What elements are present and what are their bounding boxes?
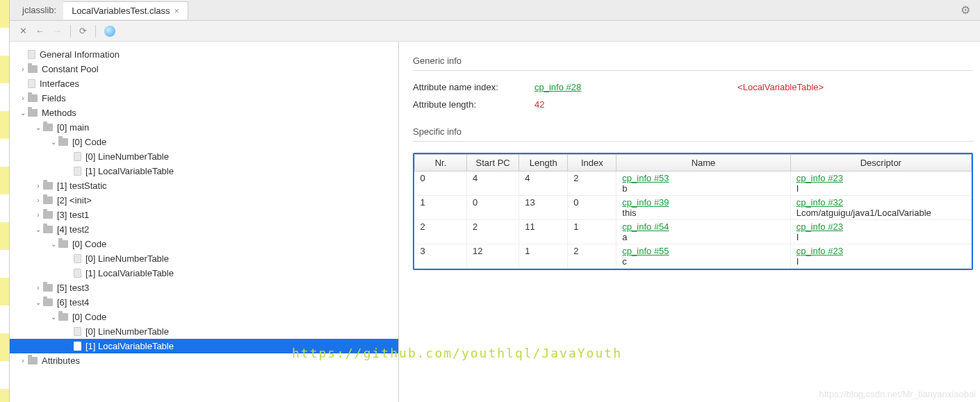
cell-sub-text: this	[622, 208, 784, 218]
cp-info-link[interactable]: cp_info #54	[622, 221, 784, 232]
chevron-right-icon[interactable]: ›	[33, 211, 43, 219]
folder-icon	[43, 284, 53, 292]
file-icon	[28, 50, 35, 59]
tree-item[interactable]: ›Attributes	[10, 353, 398, 368]
app-label: jclasslib:	[15, 1, 63, 19]
tree-item[interactable]: [1] LocalVariableTable	[10, 164, 398, 178]
chevron-down-icon[interactable]: ⌄	[33, 299, 43, 306]
tree-item[interactable]: [0] LineNumberTable	[10, 324, 398, 339]
tree-item-label: [0] LineNumberTable	[85, 326, 169, 337]
chevron-right-icon[interactable]: ›	[18, 65, 28, 73]
table-row[interactable]: 0442cp_info #53bcp_info #23I	[415, 171, 972, 196]
tree-item[interactable]: [0] LineNumberTable	[10, 149, 398, 164]
local-variable-table-highlight: Nr.Start PCLengthIndexNameDescriptor 044…	[413, 153, 973, 270]
table-cell: cp_info #53b	[616, 171, 790, 196]
chevron-down-icon[interactable]: ⌄	[49, 138, 58, 146]
table-cell: cp_info #32Lcom/atguigu/java1/LocalVaria…	[790, 196, 971, 220]
cp-info-link[interactable]: cp_info #39	[622, 197, 784, 208]
table-cell: cp_info #23I	[790, 220, 971, 244]
tree-item[interactable]: ⌄[4] test2	[10, 222, 398, 237]
table-header-cell[interactable]: Name	[616, 155, 790, 171]
tree-item[interactable]: Interfaces	[10, 76, 398, 91]
tree-item[interactable]: ⌄Methods	[10, 106, 398, 120]
table-cell: 2	[568, 244, 616, 269]
chevron-right-icon[interactable]: ›	[33, 182, 43, 190]
cp-info-link[interactable]: cp_info #23	[797, 221, 965, 232]
tree-item[interactable]: ›Fields	[10, 91, 398, 106]
tree-item-label: [5] test3	[57, 283, 89, 293]
chevron-right-icon[interactable]: ›	[33, 196, 43, 204]
tree-item-label: [1] LocalVariableTable	[85, 341, 174, 351]
cp-info-link[interactable]: cp_info #23	[797, 246, 965, 256]
tree-item-label: Constant Pool	[42, 64, 99, 74]
cp-info-link[interactable]: cp_info #32	[797, 197, 965, 208]
chevron-right-icon[interactable]: ›	[18, 94, 28, 102]
cp-info-link[interactable]: cp_info #53	[622, 173, 784, 183]
tree-item[interactable]: ›[5] test3	[10, 280, 398, 295]
chevron-right-icon[interactable]: ›	[33, 284, 43, 292]
tree-item[interactable]: ›[2] <init>	[10, 193, 398, 208]
close-action-icon[interactable]: ✕	[19, 26, 27, 36]
tree-item[interactable]: ›Constant Pool	[10, 62, 398, 76]
chevron-down-icon[interactable]: ⌄	[49, 313, 58, 321]
tree-item[interactable]: General Information	[10, 47, 398, 62]
cell-sub-text: I	[797, 232, 965, 242]
file-icon	[74, 152, 81, 161]
table-header-cell[interactable]: Start PC	[467, 155, 519, 171]
attr-name-index-link[interactable]: cp_info #28	[534, 82, 730, 92]
table-row[interactable]: 22111cp_info #54acp_info #23I	[415, 220, 972, 244]
globe-icon[interactable]	[104, 26, 115, 37]
tree-item[interactable]: ⌄[0] Code	[10, 310, 398, 324]
section-divider	[413, 70, 973, 71]
tree-item[interactable]: ›[1] testStatic	[10, 178, 398, 193]
tree-item-label: [1] LocalVariableTable	[85, 268, 174, 278]
tree-item-label: Interfaces	[40, 78, 79, 89]
tree-item[interactable]: ⌄[0] main	[10, 120, 398, 135]
table-header-cell[interactable]: Index	[568, 155, 616, 171]
tree-item[interactable]: ⌄[0] Code	[10, 237, 398, 251]
gear-icon[interactable]: ⚙	[961, 3, 970, 17]
folder-icon	[28, 65, 38, 73]
cp-info-link[interactable]: cp_info #23	[797, 173, 965, 183]
folder-icon	[43, 211, 53, 219]
editor-tab[interactable]: LocalVariablesTest.class ×	[63, 1, 188, 19]
table-row[interactable]: 10130cp_info #39thiscp_info #32Lcom/atgu…	[415, 196, 972, 220]
table-cell: 2	[568, 171, 616, 196]
chevron-down-icon[interactable]: ⌄	[18, 109, 28, 117]
folder-icon	[58, 313, 68, 321]
separator	[70, 25, 71, 37]
back-icon[interactable]: ←	[35, 26, 44, 36]
folder-icon	[43, 299, 53, 306]
tree-item-label: Attributes	[42, 355, 80, 366]
forward-icon[interactable]: →	[53, 26, 62, 36]
editor-gutter	[0, 0, 10, 402]
table-cell: cp_info #23I	[790, 171, 971, 196]
tree-item-label: Methods	[42, 108, 76, 118]
table-cell: cp_info #54a	[616, 220, 790, 244]
close-icon[interactable]: ×	[174, 6, 180, 16]
chevron-down-icon[interactable]: ⌄	[49, 240, 58, 248]
generic-info-grid: Attribute name index: cp_info #28 <Local…	[413, 82, 973, 110]
tree-item[interactable]: [0] LineNumberTable	[10, 251, 398, 266]
tree-item[interactable]: ⌄[0] Code	[10, 135, 398, 149]
chevron-down-icon[interactable]: ⌄	[33, 226, 43, 233]
table-header-cell[interactable]: Descriptor	[790, 155, 971, 171]
cell-sub-text: Lcom/atguigu/java1/LocalVariable	[797, 208, 965, 218]
refresh-icon[interactable]: ⟳	[79, 26, 87, 36]
tree-item[interactable]: [1] LocalVariableTable	[10, 339, 398, 353]
chevron-right-icon[interactable]: ›	[18, 357, 28, 365]
table-cell: 11	[519, 220, 568, 244]
cp-info-link[interactable]: cp_info #55	[622, 246, 784, 256]
tree-item[interactable]: ⌄[6] test4	[10, 295, 398, 310]
tree-item[interactable]: ›[3] test1	[10, 208, 398, 222]
folder-icon	[28, 357, 38, 365]
chevron-down-icon[interactable]: ⌄	[33, 124, 43, 131]
tree-item-label: [1] testStatic	[57, 181, 107, 191]
table-header-cell[interactable]: Nr.	[415, 155, 467, 171]
file-icon	[74, 327, 81, 336]
tree-item[interactable]: [1] LocalVariableTable	[10, 266, 398, 280]
folder-icon	[58, 240, 68, 248]
table-row[interactable]: 31212cp_info #55ccp_info #23I	[415, 244, 972, 269]
table-header-cell[interactable]: Length	[519, 155, 568, 171]
table-cell: 13	[519, 196, 568, 220]
